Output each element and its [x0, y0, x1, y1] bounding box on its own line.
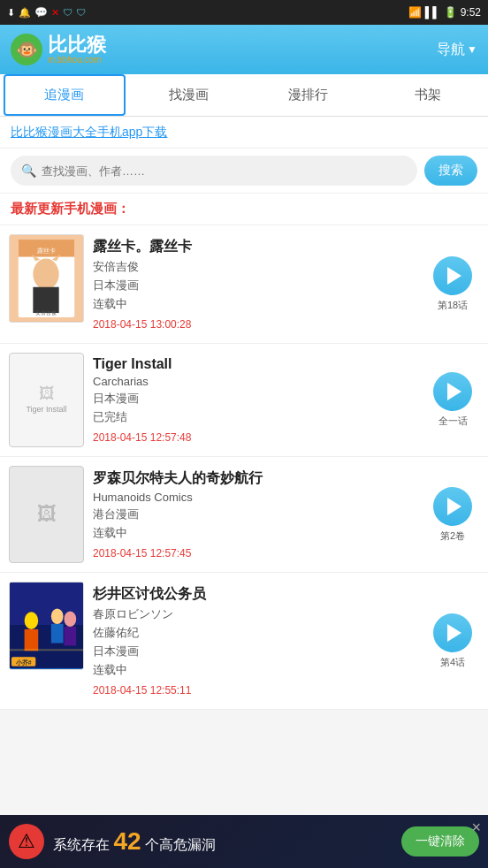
app-header: 🐵 比比猴 m.bbhou.com 导航 ▼: [0, 25, 488, 74]
svg-rect-5: [33, 287, 58, 313]
ad-banner: ⚠ 系统存在 42 个高危漏洞 一键清除 ×: [0, 815, 488, 868]
chapter-label-3: 第2卷: [440, 529, 465, 543]
search-input-wrapper: 🔍: [11, 156, 417, 186]
manga-title-1: 露丝卡。露丝卡: [93, 238, 417, 256]
tab-bar: 追漫画 找漫画 漫排行 书架: [0, 74, 488, 117]
manga-cover-1: 露丝卡 安倍吉俊: [9, 234, 84, 323]
manga-info-1: 露丝卡。露丝卡 安倍吉俊 日本漫画 连载中 2018-04-15 13:00:2…: [84, 234, 426, 334]
manga-type-3: 港台漫画: [93, 506, 417, 522]
manga-type-1: 日本漫画: [93, 278, 417, 293]
search-input[interactable]: [42, 164, 407, 178]
manga-item-2[interactable]: 🖼 Tiger Install Tiger Install Carcharias…: [0, 344, 488, 457]
svg-rect-12: [25, 629, 39, 651]
chat-icon: 💬: [34, 6, 48, 19]
manga-status-4: 连载中: [93, 662, 417, 678]
manga-item-1[interactable]: 露丝卡 安倍吉俊 露丝卡。露丝卡 安倍吉俊 日本漫画 连载中: [0, 225, 488, 344]
signal-icon: ▌▌: [425, 6, 440, 19]
manga-author-3: Humanoids Comics: [93, 491, 417, 504]
close-icon: ✕: [51, 7, 59, 19]
notification-icon: 🔔: [19, 7, 31, 19]
ad-warning-text: 系统存在: [53, 837, 110, 852]
tab-follow[interactable]: 追漫画: [4, 74, 126, 116]
cover-label-2: Tiger Install: [24, 403, 68, 415]
nav-button[interactable]: 导航 ▼: [437, 41, 477, 59]
logo-icon: 🐵: [11, 34, 42, 65]
manga-info-2: Tiger Install Carcharias 日本漫画 已完结 2018-0…: [84, 353, 426, 447]
manga-type-2: 日本漫画: [93, 391, 417, 407]
play-wrapper-4: 第4话: [426, 582, 479, 700]
manga-author1-4: 春原ロビンソン: [93, 606, 417, 622]
manga-status-2: 已完结: [93, 409, 417, 425]
manga-title-3: 罗森贝尔特夫人的奇妙航行: [93, 469, 417, 488]
chapter-label-2: 全一话: [438, 415, 468, 428]
chapter-label-4: 第4话: [440, 656, 465, 669]
ad-warning-icon: ⚠: [9, 824, 44, 859]
nav-label: 导航: [437, 41, 465, 59]
download-banner: 比比猴漫画大全手机app下载: [0, 117, 488, 148]
search-bar: 🔍 搜索: [0, 148, 488, 194]
search-icon: 🔍: [21, 164, 36, 178]
manga-author-1: 安倍吉俊: [93, 259, 417, 275]
wifi-icon: 📶: [408, 6, 422, 19]
manga-author-2: Carcharias: [93, 375, 417, 388]
manga-title-2: Tiger Install: [93, 356, 417, 372]
status-icons-left: ⬇ 🔔 💬 ✕ 🛡 🛡: [7, 6, 86, 19]
cover-svg-4: 小芥#: [10, 582, 83, 669]
logo-text: 比比猴 m.bbhou.com: [48, 35, 106, 65]
svg-point-15: [65, 611, 77, 627]
tab-shelf[interactable]: 书架: [369, 74, 489, 116]
svg-rect-16: [65, 627, 77, 645]
chapter-label-1: 第18话: [438, 299, 468, 312]
manga-type-4: 日本漫画: [93, 643, 417, 659]
manga-item-4[interactable]: 小芥# 杉井区讨伐公务员 春原ロビンソン 佐藤佑纪 日本漫画 连载中 2018-…: [0, 573, 488, 710]
download-link[interactable]: 比比猴漫画大全手机app下载: [11, 125, 167, 139]
shield-icon: 🛡: [63, 7, 72, 18]
svg-point-13: [51, 608, 64, 624]
tab-rank[interactable]: 漫排行: [248, 74, 369, 116]
manga-cover-4: 小芥#: [9, 582, 84, 670]
manga-status-1: 连载中: [93, 296, 417, 312]
play-button-4[interactable]: [433, 613, 472, 652]
svg-point-11: [25, 612, 39, 629]
cover-placeholder-icon-2: 🖼: [39, 385, 55, 403]
cover-inner-1: 露丝卡 安倍吉俊: [10, 235, 83, 322]
status-bar: ⬇ 🔔 💬 ✕ 🛡 🛡 📶 ▌▌ 🔋 9:52: [0, 0, 488, 25]
app-logo: 🐵 比比猴 m.bbhou.com: [11, 34, 106, 65]
ad-post-text: 个高危漏洞: [145, 837, 216, 852]
logo-sub-text: m.bbhou.com: [48, 55, 106, 65]
manga-info-4: 杉井区讨伐公务员 春原ロビンソン 佐藤佑纪 日本漫画 连载中 2018-04-1…: [84, 582, 426, 700]
svg-text:安倍吉俊: 安倍吉俊: [35, 309, 57, 316]
logo-emoji: 🐵: [16, 39, 38, 60]
manga-status-3: 连载中: [93, 525, 417, 541]
ad-clean-button[interactable]: 一键清除: [401, 826, 479, 857]
ad-close-button[interactable]: ×: [471, 819, 481, 837]
play-button-1[interactable]: [433, 256, 472, 295]
svg-text:小芥#: 小芥#: [15, 659, 32, 666]
download-icon: ⬇: [7, 7, 15, 19]
tab-shelf-label: 书架: [415, 87, 441, 103]
nav-chevron-icon: ▼: [467, 43, 477, 56]
manga-cover-2: 🖼 Tiger Install: [9, 353, 84, 447]
shield2-icon: 🛡: [76, 7, 86, 18]
manga-info-3: 罗森贝尔特夫人的奇妙航行 Humanoids Comics 港台漫画 连载中 2…: [84, 466, 426, 563]
content-area: 比比猴漫画大全手机app下载 🔍 搜索 最新更新手机漫画： 露丝卡: [0, 117, 488, 815]
svg-point-4: [33, 259, 58, 290]
svg-text:露丝卡: 露丝卡: [37, 247, 56, 254]
play-button-2[interactable]: [433, 372, 472, 411]
manga-date-2: 2018-04-15 12:57:48: [93, 431, 417, 444]
ad-text: 系统存在 42 个高危漏洞: [53, 827, 393, 856]
svg-rect-14: [51, 624, 64, 643]
tab-find[interactable]: 找漫画: [129, 74, 249, 116]
section-title: 最新更新手机漫画：: [0, 194, 488, 225]
logo-main-text: 比比猴: [48, 35, 106, 55]
tab-rank-label: 漫排行: [288, 87, 328, 103]
cover-svg-1: 露丝卡 安倍吉俊: [10, 234, 83, 323]
play-button-3[interactable]: [433, 487, 472, 526]
ad-count: 42: [113, 827, 141, 855]
manga-item-3[interactable]: 🖼 罗森贝尔特夫人的奇妙航行 Humanoids Comics 港台漫画 连载中…: [0, 457, 488, 573]
svg-rect-17: [10, 649, 83, 651]
search-button[interactable]: 搜索: [424, 156, 477, 186]
manga-cover-3: 🖼: [9, 466, 84, 563]
tab-find-label: 找漫画: [169, 87, 209, 103]
manga-date-4: 2018-04-15 12:55:11: [93, 684, 417, 697]
